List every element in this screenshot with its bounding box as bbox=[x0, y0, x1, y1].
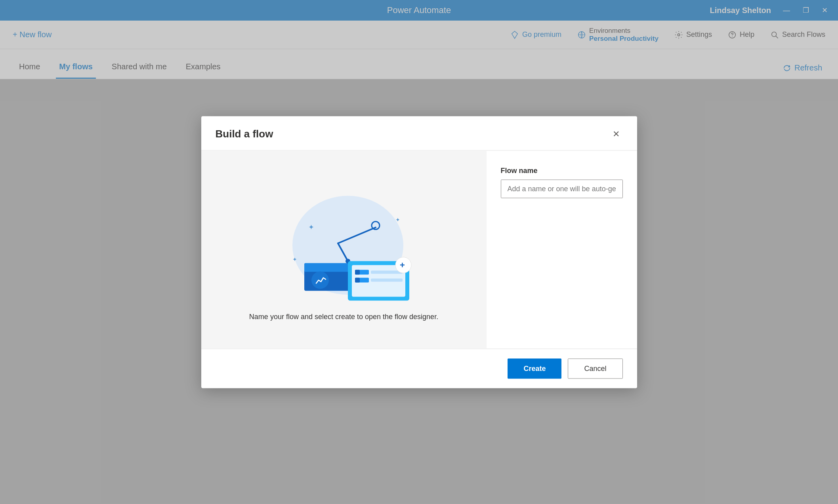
create-button[interactable]: Create bbox=[508, 358, 561, 378]
flow-illustration: ✦ ✦ ✦ ✦ bbox=[269, 178, 419, 305]
dialog-form-panel: Flow name bbox=[487, 150, 637, 348]
dialog-description: Name your flow and select create to open… bbox=[249, 313, 438, 321]
flow-name-input[interactable] bbox=[501, 179, 623, 198]
dialog-title: Build a flow bbox=[216, 128, 273, 140]
build-flow-dialog: Build a flow ✕ ✦ ✦ ✦ ✦ bbox=[201, 116, 637, 388]
svg-point-12 bbox=[311, 272, 329, 289]
svg-rect-23 bbox=[355, 278, 360, 283]
dialog-illustration-panel: ✦ ✦ ✦ ✦ bbox=[201, 150, 487, 348]
cancel-button[interactable]: Cancel bbox=[568, 358, 622, 378]
dialog-body: ✦ ✦ ✦ ✦ bbox=[201, 150, 637, 348]
svg-text:+: + bbox=[400, 260, 405, 270]
svg-rect-20 bbox=[355, 270, 360, 275]
svg-text:✦: ✦ bbox=[308, 223, 314, 231]
svg-rect-24 bbox=[371, 279, 403, 282]
dialog-footer: Create Cancel bbox=[201, 348, 637, 388]
dialog-header: Build a flow ✕ bbox=[201, 116, 637, 150]
svg-text:✦: ✦ bbox=[395, 217, 400, 223]
svg-text:✦: ✦ bbox=[292, 256, 297, 262]
svg-rect-21 bbox=[371, 271, 403, 274]
dialog-close-button[interactable]: ✕ bbox=[609, 127, 623, 141]
flow-name-label: Flow name bbox=[501, 166, 623, 175]
flow-illustration-svg: ✦ ✦ ✦ ✦ bbox=[269, 182, 419, 301]
svg-rect-11 bbox=[304, 263, 352, 272]
